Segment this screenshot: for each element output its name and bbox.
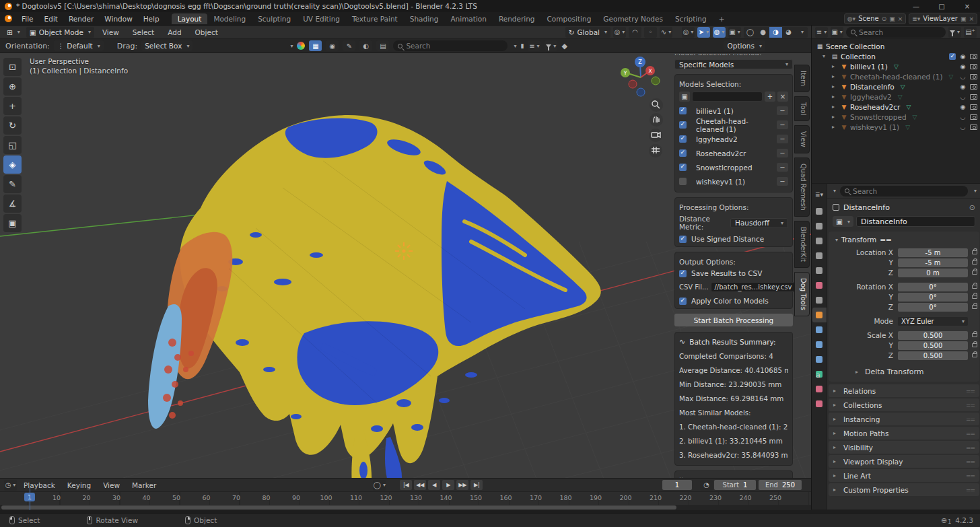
shield-icon[interactable]: ◆: [561, 42, 567, 50]
signed-distance-checkbox[interactable]: [679, 236, 687, 243]
asset-material-icon[interactable]: ◉: [326, 40, 339, 51]
apply-color-checkbox[interactable]: [679, 297, 687, 305]
lock-icon[interactable]: [972, 271, 977, 275]
scene-selector[interactable]: ◍▾ Scene ⊙ ▣ ×: [844, 13, 906, 24]
remove-model-button[interactable]: −: [777, 120, 788, 129]
transform-tool[interactable]: ◈: [3, 155, 22, 174]
jump-to-start-button[interactable]: |◀: [400, 480, 412, 490]
rotate-tool[interactable]: ↻: [3, 116, 22, 135]
editor-type-button[interactable]: ≡▾: [815, 27, 828, 38]
pin-icon[interactable]: ⊙: [969, 203, 975, 212]
location-value-field[interactable]: -5 m: [898, 258, 968, 267]
orientation-dropdown[interactable]: ⋮ Default▾: [54, 40, 104, 51]
world-properties-tab-icon[interactable]: [812, 278, 827, 293]
expand-icon[interactable]: ▸: [832, 83, 838, 90]
tool-properties-tab-icon[interactable]: [812, 204, 827, 219]
location-value-field[interactable]: -5 m: [898, 248, 968, 257]
collapse-icon[interactable]: ▸: [855, 369, 862, 375]
object-data-properties-tab-icon[interactable]: a: [812, 367, 827, 382]
sidebar-tab[interactable]: BlenderKit: [794, 221, 810, 268]
outliner-search[interactable]: [846, 27, 946, 38]
close-button[interactable]: ×: [954, 0, 980, 12]
falloff-dropdown[interactable]: ∿▾: [660, 27, 672, 38]
delta-transform-label[interactable]: Delta Transform: [865, 367, 924, 376]
outliner-object-row[interactable]: ▸ ▼ Roseheadv2cr ▽: [812, 102, 980, 112]
blender-menu-icon[interactable]: [5, 15, 12, 22]
eye-icon[interactable]: [959, 63, 967, 70]
workspace-tab[interactable]: Modeling: [207, 13, 252, 24]
prev-keyframe-button[interactable]: ◀◀: [414, 480, 426, 490]
gizmos-icon[interactable]: ➤▾: [697, 27, 710, 38]
timeline-menu[interactable]: Keying: [62, 481, 96, 489]
properties-section-header[interactable]: ▸ Visibility ==: [829, 441, 979, 454]
next-keyframe-button[interactable]: ▶▶: [456, 480, 468, 490]
filter-funnel-icon[interactable]: ▾: [545, 40, 557, 51]
frame-start-field[interactable]: Start1: [714, 480, 756, 490]
scale-value-field[interactable]: 0.500: [898, 331, 968, 340]
scene-collection-row[interactable]: ▦ Scene Collection: [812, 41, 980, 51]
model-checkbox[interactable]: [679, 121, 687, 129]
menubar-menu[interactable]: File: [16, 15, 39, 23]
asset-brush-icon[interactable]: ✎: [343, 40, 355, 51]
scale-value-field[interactable]: 0.500: [898, 341, 968, 350]
workspace-tab[interactable]: Texture Paint: [346, 13, 404, 24]
object-data-dropdown[interactable]: ▣▾: [833, 216, 853, 227]
blenderkit-search[interactable]: [393, 40, 508, 51]
asset-hdr-icon[interactable]: ◐: [359, 40, 372, 51]
collection-row[interactable]: ▾ ▤ Collection: [812, 51, 980, 61]
properties-section-header[interactable]: ▸ Instancing ==: [829, 413, 979, 425]
distance-metric-dropdown[interactable]: Hausdorff▾: [730, 218, 788, 228]
eye-icon[interactable]: [959, 53, 967, 60]
timeline-menu[interactable]: Marker: [127, 481, 162, 489]
material-shading-icon[interactable]: ◑: [769, 27, 782, 38]
expand-icon[interactable]: ▸: [832, 73, 838, 79]
location-value-field[interactable]: 0 m: [898, 269, 968, 277]
properties-section-header[interactable]: ▸ Motion Paths ==: [829, 427, 979, 440]
select-box-tool[interactable]: ⊡: [3, 58, 22, 76]
outliner-object-row[interactable]: ▸ ▼ wishkeyv1 (1) ▽: [812, 122, 980, 132]
xray-icon[interactable]: ▣▾: [728, 27, 741, 38]
scrollbar-handle[interactable]: [1, 505, 676, 510]
panel-grip-icon[interactable]: ==: [966, 388, 975, 394]
frame-end-field[interactable]: End250: [759, 480, 802, 490]
sidebar-tab[interactable]: Dog Tools: [794, 272, 810, 316]
render-properties-tab-icon[interactable]: [812, 219, 827, 234]
filter-funnel-icon[interactable]: ▾: [948, 27, 961, 38]
expand-icon[interactable]: ▸: [832, 94, 838, 100]
outliner-object-row[interactable]: ▸ ▼ Snowstlcropped ▽: [812, 112, 980, 122]
expand-icon[interactable]: ▾: [823, 53, 829, 59]
wireframe-shading-icon[interactable]: ◯: [744, 27, 757, 38]
workspace-tab[interactable]: Shading: [404, 13, 445, 24]
model-checkbox[interactable]: [679, 164, 687, 171]
camera-icon[interactable]: [970, 94, 977, 100]
panel-grip-icon[interactable]: ==: [966, 487, 975, 493]
model-checkbox[interactable]: [679, 107, 687, 114]
new-collection-button[interactable]: ▤⁺: [964, 27, 977, 38]
panel-grip-icon[interactable]: ==: [966, 402, 975, 409]
object-visibility-icon[interactable]: ◎▾: [682, 27, 695, 38]
workspace-tab[interactable]: Rendering: [493, 13, 541, 24]
add-cube-tool[interactable]: ▣: [3, 214, 22, 232]
menubar-menu[interactable]: Edit: [39, 15, 63, 23]
output-properties-tab-icon[interactable]: [812, 234, 827, 248]
material-properties-tab-icon[interactable]: [812, 382, 827, 396]
snap-magnet-icon[interactable]: ◠: [629, 27, 641, 38]
properties-section-header[interactable]: ▸ Viewport Display ==: [829, 455, 979, 468]
list-view-icon[interactable]: ≡▾: [528, 40, 540, 51]
copy-icon[interactable]: ▣: [960, 15, 967, 22]
current-frame-field[interactable]: 1: [662, 480, 692, 490]
bookmark-icon[interactable]: ▮: [520, 42, 524, 49]
auto-keying-button[interactable]: ◯▾: [373, 480, 386, 491]
options-dropdown[interactable]: Options▾: [724, 40, 765, 51]
object-name-field[interactable]: DistanceInfo: [856, 216, 975, 227]
camera-icon[interactable]: [970, 114, 977, 120]
properties-section-header[interactable]: ▸ Collections ==: [829, 398, 979, 411]
expand-icon[interactable]: ▸: [832, 104, 838, 110]
shading-dropdown[interactable]: ▾: [795, 27, 808, 38]
properties-section-header[interactable]: ▸ Relations ==: [829, 384, 979, 397]
remove-model-button[interactable]: −: [777, 163, 788, 172]
eye-icon[interactable]: [959, 83, 967, 90]
rendered-shading-icon[interactable]: ◕: [782, 27, 795, 38]
expand-icon[interactable]: ▸: [832, 63, 838, 69]
drag-dropdown[interactable]: Select Box▾: [141, 40, 193, 51]
